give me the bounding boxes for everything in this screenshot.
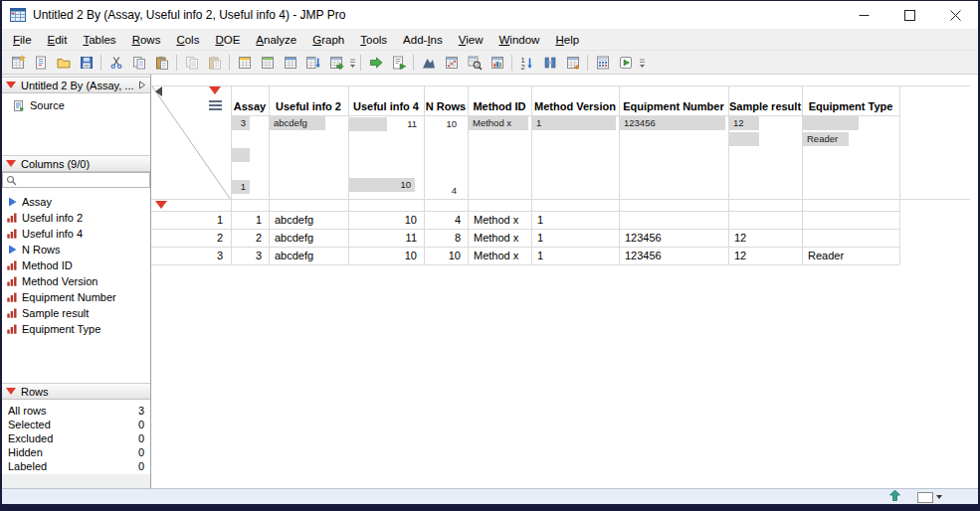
table-panel-header[interactable]: Untitled 2 By (Assay, ... (2, 77, 150, 93)
menu-rows[interactable]: Rows (124, 32, 169, 48)
columns-menu-red-triangle-icon[interactable] (209, 86, 221, 94)
toolbar-formula-editor-button[interactable] (591, 52, 614, 74)
toolbar-copy-with-headers-button[interactable] (180, 52, 203, 74)
toolbar-open-file-button[interactable] (52, 52, 75, 74)
toolbar-tables-subset-button[interactable] (256, 52, 279, 74)
toolbar-stack-table-button[interactable] (324, 52, 347, 74)
cell[interactable]: 11 (348, 229, 424, 247)
column-header-equipment-number[interactable]: Equipment Number (619, 85, 728, 115)
toolbar-copy-button[interactable] (127, 52, 150, 74)
column-item-useful-info-2[interactable]: Useful info 2 (2, 210, 150, 226)
cell[interactable]: 12 (728, 247, 802, 264)
menu-help[interactable]: Help (547, 32, 587, 48)
red-triangle-icon[interactable] (6, 160, 16, 167)
column-header-assay[interactable]: Assay (231, 85, 269, 115)
column-item-method-id[interactable]: Method ID (2, 257, 150, 273)
cell[interactable]: Reader (802, 247, 899, 264)
row-state-combo[interactable] (917, 492, 942, 503)
menu-doe[interactable]: DOE (207, 32, 248, 48)
rows-panel-header[interactable]: Rows (2, 383, 150, 400)
toolbar-column-switcher-button[interactable] (538, 52, 561, 74)
toolbar-recode-button[interactable] (561, 52, 584, 74)
toolbar-tabulate-button[interactable] (463, 52, 486, 74)
row-number[interactable]: 1 (151, 211, 231, 229)
column-header-equipment-type[interactable]: Equipment Type (802, 85, 899, 115)
toolbar-tables-join-button[interactable] (279, 52, 301, 74)
cell[interactable]: 1 (531, 211, 619, 229)
cell[interactable]: abcdefg (269, 247, 348, 264)
toolbar-paste-button[interactable] (150, 52, 173, 74)
menu-view[interactable]: View (451, 32, 491, 48)
cell[interactable]: 12 (728, 229, 802, 247)
column-list-icon[interactable] (209, 100, 222, 112)
cell[interactable]: 3 (231, 247, 269, 264)
menu-tables[interactable]: Tables (75, 32, 123, 48)
menu-file[interactable]: File (5, 32, 40, 48)
cell[interactable]: 1 (531, 247, 619, 264)
cell[interactable]: 123456 (619, 229, 728, 247)
column-item-method-version[interactable]: Method Version (2, 273, 150, 289)
toolbar-overflow-icon[interactable] (347, 53, 357, 73)
menu-window[interactable]: Window (491, 32, 548, 48)
column-item-sample-result[interactable]: Sample result (2, 305, 150, 321)
toolbar-save-button[interactable] (75, 52, 98, 74)
cell[interactable]: 10 (348, 247, 424, 264)
red-triangle-icon[interactable] (6, 82, 16, 88)
column-item-useful-info-4[interactable]: Useful info 4 (2, 226, 150, 242)
minimize-button[interactable] (841, 1, 886, 29)
menu-analyze[interactable]: Analyze (248, 32, 304, 48)
toolbar-cut-button[interactable] (104, 52, 127, 74)
close-button[interactable] (932, 1, 978, 29)
column-header-method-id[interactable]: Method ID (468, 85, 531, 115)
source-item[interactable]: Source (2, 98, 150, 112)
toolbar-run-script-button[interactable] (364, 52, 387, 74)
toolbar-data-filter-button[interactable]: 12 (515, 52, 538, 74)
cell[interactable]: 10 (348, 211, 424, 229)
menu-graph[interactable]: Graph (304, 32, 352, 48)
toolbar-fit-y-by-x-button[interactable] (440, 52, 463, 74)
toolbar-sort-table-button[interactable] (301, 52, 324, 74)
cell[interactable]: Method x (468, 229, 531, 247)
collapse-panels-icon[interactable] (155, 86, 162, 96)
menu-add-ins[interactable]: Add-Ins (395, 32, 451, 48)
toolbar-tables-summary-button[interactable] (233, 52, 256, 74)
row-state-box[interactable] (917, 492, 933, 503)
columns-search-input[interactable] (20, 174, 161, 186)
cell[interactable]: 2 (231, 229, 269, 247)
column-item-equipment-type[interactable]: Equipment Type (2, 321, 150, 337)
column-item-equipment-number[interactable]: Equipment Number (2, 289, 150, 305)
status-up-arrow-icon[interactable] (888, 488, 901, 506)
red-triangle-icon[interactable] (6, 388, 16, 395)
column-header-sample-result[interactable]: Sample result (728, 85, 802, 115)
columns-panel-header[interactable]: Columns (9/0) (2, 155, 150, 172)
column-header-useful-info-2[interactable]: Useful info 2 (269, 85, 348, 115)
toolbar-run-analysis-button[interactable] (614, 52, 637, 74)
column-header-useful-info-4[interactable]: Useful info 4 (348, 85, 424, 115)
row-number[interactable]: 3 (151, 247, 231, 264)
menu-edit[interactable]: Edit (40, 32, 76, 48)
menu-tools[interactable]: Tools (352, 32, 395, 48)
toolbar-distribution-button[interactable] (417, 52, 440, 74)
menu-cols[interactable]: Cols (168, 32, 207, 48)
cell[interactable]: 8 (424, 229, 468, 247)
cell[interactable]: Method x (468, 247, 531, 264)
column-header-method-version[interactable]: Method Version (531, 85, 619, 115)
toolbar-new-script-window-button[interactable] (387, 52, 410, 74)
column-header-n-rows[interactable]: N Rows (424, 85, 468, 115)
cell[interactable]: abcdefg (269, 211, 348, 229)
toolbar-open-journal-button[interactable] (29, 52, 52, 74)
cell[interactable]: abcdefg (269, 229, 348, 247)
column-item-n-rows[interactable]: N Rows (2, 242, 150, 257)
cell[interactable]: 1 (531, 229, 619, 247)
cell[interactable]: 10 (424, 247, 468, 264)
rows-menu-red-triangle-icon[interactable] (155, 201, 167, 209)
toolbar-overflow-icon[interactable] (637, 53, 647, 73)
toolbar-paste-with-headers-button[interactable] (203, 52, 226, 74)
cell[interactable]: 123456 (619, 247, 728, 264)
cell[interactable]: Method x (468, 211, 531, 229)
cell[interactable]: 1 (231, 211, 269, 229)
maximize-button[interactable] (886, 1, 932, 29)
cell[interactable]: 4 (424, 211, 468, 229)
panel-expand-icon[interactable] (138, 81, 146, 89)
row-number[interactable]: 2 (151, 229, 231, 247)
